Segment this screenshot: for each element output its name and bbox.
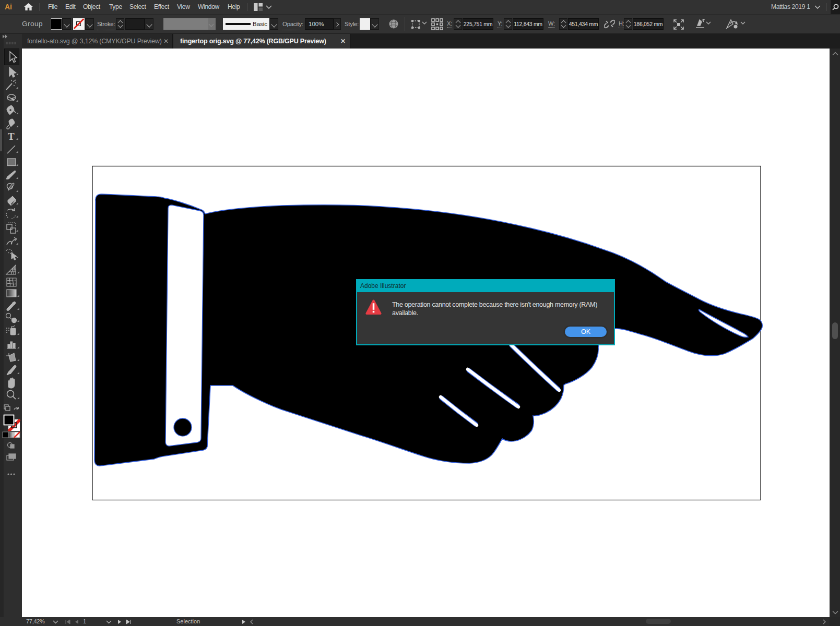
svg-text:T: T	[8, 131, 15, 142]
